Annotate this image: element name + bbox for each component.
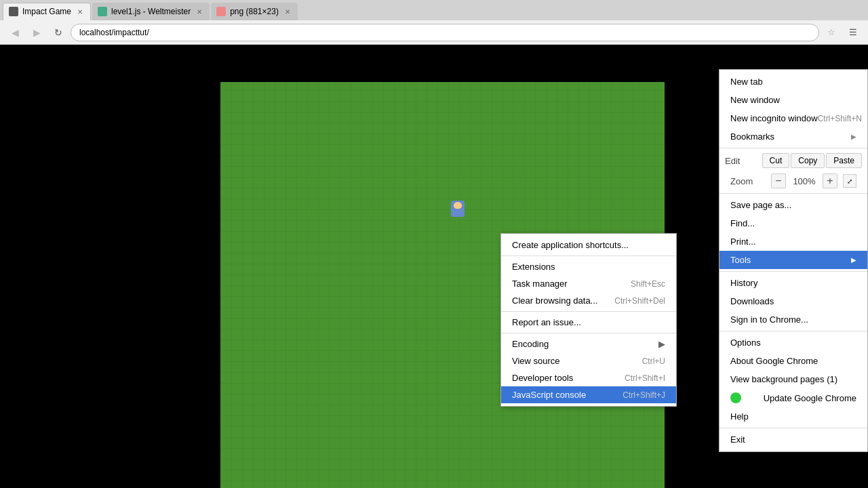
label-exit: Exit <box>730 434 745 445</box>
chrome-main-menu: New tab New window New incognito window … <box>719 69 868 452</box>
label-new-window: New window <box>730 95 780 105</box>
cut-button[interactable]: Cut <box>762 153 790 168</box>
chrome-menu-exit[interactable]: Exit <box>719 430 867 449</box>
tab-label-game: Impact Game <box>22 7 71 16</box>
menu-label-extensions: Extensions <box>512 262 555 272</box>
arrow-encoding: ▶ <box>658 339 665 349</box>
label-print: Print... <box>730 237 756 247</box>
separator3 <box>501 333 676 333</box>
menu-item-encoding[interactable]: Encoding ▶ <box>501 336 676 352</box>
tab-close-png[interactable]: ✕ <box>283 7 292 16</box>
label-update: Update Google Chrome <box>764 393 856 403</box>
chrome-menu-new-incognito[interactable]: New incognito window Ctrl+Shift+N <box>719 109 867 127</box>
chrome-menu-bookmarks[interactable]: Bookmarks ▶ <box>719 127 867 146</box>
chrome-menu-find[interactable]: Find... <box>719 214 867 232</box>
chrome-menu-tools[interactable]: Tools ▶ <box>719 251 867 269</box>
menu-item-extensions[interactable]: Extensions <box>501 258 676 275</box>
chrome-sep3 <box>719 271 867 272</box>
arrow-tools: ▶ <box>851 256 856 264</box>
chrome-sep5 <box>719 428 867 428</box>
chrome-menu-save-page[interactable]: Save page as... <box>719 196 867 214</box>
chrome-menu-help[interactable]: Help <box>719 407 867 426</box>
tab-favicon-png <box>216 7 226 16</box>
menu-label-javascript-console: JavaScript console <box>512 390 586 400</box>
menu-item-task-manager[interactable]: Task manager Shift+Esc <box>501 275 676 292</box>
chrome-sep1 <box>719 148 867 148</box>
zoom-out-button[interactable]: − <box>771 174 786 188</box>
bookmark-star-button[interactable]: ☆ <box>822 23 841 42</box>
chrome-sep4 <box>719 331 867 331</box>
update-icon <box>730 392 741 403</box>
label-tools: Tools <box>730 255 751 265</box>
menu-label-encoding: Encoding <box>512 339 549 349</box>
tab-close-level[interactable]: ✕ <box>195 7 204 16</box>
chrome-menu-edit-row: Edit Cut Copy Paste <box>719 150 867 171</box>
menu-label-create-shortcut: Create application shortcuts... <box>512 240 629 250</box>
menu-label-task-manager: Task manager <box>512 279 568 289</box>
separator2 <box>501 311 676 312</box>
tab-close-game[interactable]: ✕ <box>75 7 85 16</box>
chrome-menu-button[interactable]: ☰ <box>844 23 863 42</box>
label-bookmarks: Bookmarks <box>730 131 774 142</box>
address-bar[interactable]: localhost/impacttut/ <box>71 24 819 41</box>
menu-item-clear-browsing[interactable]: Clear browsing data... Ctrl+Shift+Del <box>501 292 676 309</box>
menu-item-javascript-console[interactable]: JavaScript console Ctrl+Shift+J <box>501 386 676 403</box>
tab-label-level: level1.js - Weltmeister <box>111 7 191 16</box>
context-menu-overlay: Create application shortcuts... Extensio… <box>0 45 868 488</box>
chrome-sep2 <box>719 193 867 194</box>
shortcut-clear-browsing: Ctrl+Shift+Del <box>614 296 665 306</box>
label-about: About Google Chrome <box>730 356 818 366</box>
menu-item-developer-tools[interactable]: Developer tools Ctrl+Shift+I <box>501 369 676 386</box>
tab-favicon-level <box>98 7 107 16</box>
zoom-value: 100% <box>791 176 817 186</box>
label-background-pages: View background pages (1) <box>730 374 837 384</box>
tab-bar: Impact Game ✕ level1.js - Weltmeister ✕ … <box>0 0 868 20</box>
chrome-menu-new-tab[interactable]: New tab <box>719 73 867 91</box>
label-new-tab: New tab <box>730 77 763 87</box>
menu-item-create-shortcut[interactable]: Create application shortcuts... <box>501 237 676 253</box>
paste-button[interactable]: Paste <box>826 153 862 168</box>
chrome-menu-sign-in[interactable]: Sign in to Chrome... <box>719 310 867 329</box>
shortcut-developer-tools: Ctrl+Shift+I <box>625 373 665 383</box>
reload-button[interactable]: ↻ <box>49 23 68 42</box>
arrow-bookmarks: ▶ <box>851 133 856 140</box>
label-save-page: Save page as... <box>730 200 791 210</box>
menu-item-view-source[interactable]: View source Ctrl+U <box>501 352 676 369</box>
address-text: localhost/impacttut/ <box>79 28 149 37</box>
zoom-fullscreen-button[interactable]: ⤢ <box>843 174 856 188</box>
chrome-menu-update[interactable]: Update Google Chrome <box>719 388 867 407</box>
chrome-menu-print[interactable]: Print... <box>719 232 867 251</box>
tab-png[interactable]: png (881×23) ✕ <box>211 3 298 20</box>
menu-label-developer-tools: Developer tools <box>512 373 573 383</box>
label-history: History <box>730 278 757 288</box>
zoom-in-button[interactable]: + <box>823 174 837 188</box>
label-sign-in: Sign in to Chrome... <box>730 314 808 325</box>
edit-label: Edit <box>725 156 761 166</box>
chrome-menu-new-window[interactable]: New window <box>719 91 867 109</box>
toolbar: ◀ ▶ ↻ localhost/impacttut/ ☆ ☰ <box>0 20 868 45</box>
shortcut-view-source: Ctrl+U <box>642 357 665 366</box>
menu-item-report-issue[interactable]: Report an issue... <box>501 314 676 331</box>
page-content: Create application shortcuts... Extensio… <box>0 45 868 488</box>
copy-button[interactable]: Copy <box>791 153 825 168</box>
chrome-menu-history[interactable]: History <box>719 274 867 292</box>
chrome-menu-background-pages[interactable]: View background pages (1) <box>719 370 867 388</box>
tab-game[interactable]: Impact Game ✕ <box>3 3 91 20</box>
tab-level[interactable]: level1.js - Weltmeister ✕ <box>92 3 210 20</box>
label-downloads: Downloads <box>730 296 774 306</box>
forward-button[interactable]: ▶ <box>27 23 46 42</box>
label-new-incognito: New incognito window <box>730 113 818 123</box>
browser-frame: Impact Game ✕ level1.js - Weltmeister ✕ … <box>0 0 868 488</box>
shortcut-new-incognito: Ctrl+Shift+N <box>818 114 862 123</box>
shortcut-task-manager: Shift+Esc <box>631 279 665 289</box>
chrome-menu-options[interactable]: Options <box>719 333 867 352</box>
menu-label-view-source: View source <box>512 356 560 366</box>
back-button[interactable]: ◀ <box>5 23 24 42</box>
chrome-menu-about[interactable]: About Google Chrome <box>719 352 867 370</box>
zoom-label: Zoom <box>730 176 766 186</box>
chrome-menu-downloads[interactable]: Downloads <box>719 292 867 310</box>
separator <box>501 256 676 256</box>
tab-favicon-game <box>9 7 18 16</box>
menu-label-clear-browsing: Clear browsing data... <box>512 296 597 306</box>
tools-submenu: Create application shortcuts... Extensio… <box>500 233 677 407</box>
